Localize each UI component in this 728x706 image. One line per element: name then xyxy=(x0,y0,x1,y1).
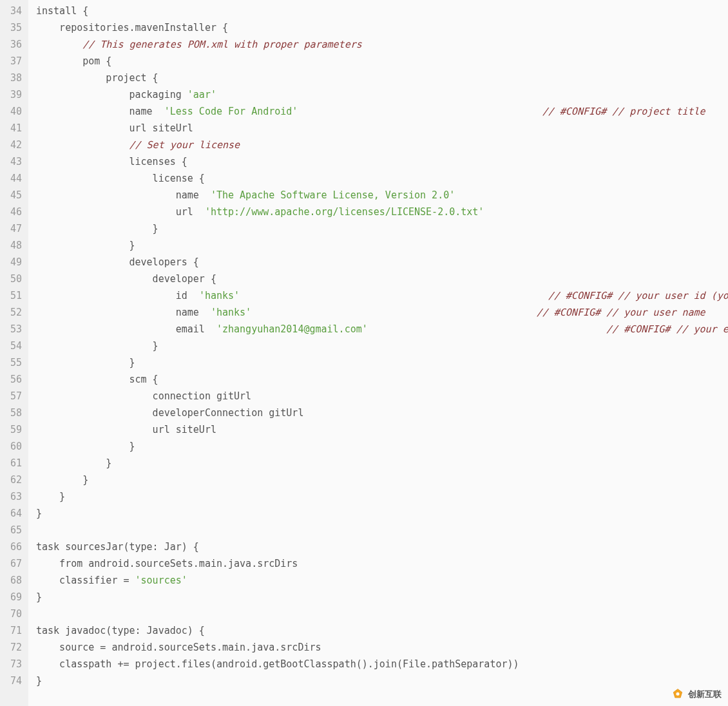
code-token xyxy=(368,323,606,335)
code-token: licenses { xyxy=(36,156,187,167)
svg-point-0 xyxy=(676,692,680,696)
code-line[interactable]: developer { xyxy=(36,271,728,287)
code-line[interactable]: url 'http://www.apache.org/licenses/LICE… xyxy=(36,204,728,220)
code-line[interactable]: } xyxy=(36,488,728,505)
line-number: 50 xyxy=(4,271,22,287)
code-line[interactable]: source = android.sourceSets.main.java.sr… xyxy=(36,639,728,656)
code-line[interactable]: email 'zhangyuhan2014@gmail.com' // #CON… xyxy=(36,321,728,338)
line-number: 68 xyxy=(4,572,22,589)
code-line[interactable]: developerConnection gitUrl xyxy=(36,405,728,421)
code-line[interactable]: packaging 'aar' xyxy=(36,86,728,103)
line-number: 61 xyxy=(4,455,22,472)
code-line[interactable] xyxy=(36,522,728,539)
code-token xyxy=(36,39,82,50)
code-token: 'hanks' xyxy=(211,307,251,318)
line-number: 66 xyxy=(4,539,22,555)
code-line[interactable]: } xyxy=(36,354,728,371)
code-line[interactable]: } xyxy=(36,338,728,354)
code-line[interactable]: scm { xyxy=(36,371,728,388)
code-token: 'Less Code For Android' xyxy=(164,106,298,117)
code-token xyxy=(36,139,129,151)
code-token: source = android.sourceSets.main.java.sr… xyxy=(36,642,321,653)
code-line[interactable]: } xyxy=(36,455,728,472)
code-token: url siteUrl xyxy=(36,122,193,134)
code-line[interactable]: url siteUrl xyxy=(36,421,728,438)
line-number: 43 xyxy=(4,153,22,170)
code-token: } xyxy=(36,491,65,502)
code-token: packaging xyxy=(36,89,187,100)
code-token: } xyxy=(36,223,158,234)
code-line[interactable]: // Set your license xyxy=(36,137,728,153)
code-line[interactable]: } xyxy=(36,673,728,689)
code-token: id xyxy=(36,290,199,301)
code-line[interactable]: from android.sourceSets.main.java.srcDir… xyxy=(36,555,728,572)
code-line[interactable]: } xyxy=(36,472,728,488)
watermark-logo-icon xyxy=(671,688,684,701)
line-number: 51 xyxy=(4,287,22,304)
code-token: from android.sourceSets.main.java.srcDir… xyxy=(36,558,298,569)
code-line[interactable]: project { xyxy=(36,70,728,86)
code-token: task sourcesJar(type: Jar) { xyxy=(36,541,199,553)
line-number: 45 xyxy=(4,187,22,204)
line-number: 60 xyxy=(4,438,22,455)
code-token xyxy=(251,307,537,318)
code-line[interactable]: name 'The Apache Software License, Versi… xyxy=(36,187,728,204)
code-line[interactable]: install { xyxy=(36,3,728,19)
watermark-text: 创新互联 xyxy=(688,689,722,700)
line-number: 67 xyxy=(4,555,22,572)
line-number: 74 xyxy=(4,673,22,689)
line-number: 47 xyxy=(4,220,22,237)
line-number: 69 xyxy=(4,589,22,606)
code-line[interactable]: developers { xyxy=(36,254,728,271)
line-number: 44 xyxy=(4,170,22,187)
code-token: name xyxy=(36,189,211,201)
line-number: 41 xyxy=(4,120,22,137)
code-line[interactable]: classifier = 'sources' xyxy=(36,572,728,589)
code-token: url siteUrl xyxy=(36,424,216,435)
code-line[interactable]: id 'hanks' // #CONFIG# // your user id (… xyxy=(36,287,728,304)
code-token: connection gitUrl xyxy=(36,390,251,402)
line-number: 62 xyxy=(4,472,22,488)
line-number: 42 xyxy=(4,137,22,153)
code-content[interactable]: install { repositories.mavenInstaller { … xyxy=(28,0,728,706)
line-number: 39 xyxy=(4,86,22,103)
code-token: 'sources' xyxy=(135,575,187,586)
code-token: classifier = xyxy=(36,575,135,586)
code-line[interactable]: connection gitUrl xyxy=(36,388,728,405)
code-line[interactable]: } xyxy=(36,505,728,522)
code-line[interactable]: licenses { xyxy=(36,153,728,170)
line-number: 46 xyxy=(4,204,22,220)
code-token: 'hanks' xyxy=(199,290,240,301)
line-number: 54 xyxy=(4,338,22,354)
code-line[interactable]: // This generates POM.xml with proper pa… xyxy=(36,36,728,53)
line-number: 65 xyxy=(4,522,22,539)
code-line[interactable]: license { xyxy=(36,170,728,187)
code-token: repositories.mavenInstaller { xyxy=(36,22,228,33)
code-line[interactable]: } xyxy=(36,438,728,455)
code-token: developers { xyxy=(36,256,199,268)
watermark: 创新互联 xyxy=(671,688,722,701)
code-line[interactable]: name 'Less Code For Android' // #CONFIG#… xyxy=(36,103,728,120)
code-line[interactable]: url siteUrl xyxy=(36,120,728,137)
line-number: 57 xyxy=(4,388,22,405)
code-line[interactable] xyxy=(36,606,728,622)
code-token: // #CONFIG# // project title xyxy=(542,106,705,117)
code-line[interactable]: task javadoc(type: Javadoc) { xyxy=(36,622,728,639)
code-line[interactable]: } xyxy=(36,589,728,606)
code-token: project { xyxy=(36,72,158,84)
code-token: 'http://www.apache.org/licenses/LICENSE-… xyxy=(205,206,484,218)
code-line[interactable]: } xyxy=(36,237,728,254)
code-token: } xyxy=(36,675,42,687)
code-line[interactable]: repositories.mavenInstaller { xyxy=(36,19,728,36)
line-number: 53 xyxy=(4,321,22,338)
code-token xyxy=(298,106,542,117)
code-line[interactable]: } xyxy=(36,220,728,237)
code-line[interactable]: classpath += project.files(android.getBo… xyxy=(36,656,728,673)
code-editor: 3435363738394041424344454647484950515253… xyxy=(0,0,728,706)
code-line[interactable]: pom { xyxy=(36,53,728,70)
code-line[interactable]: name 'hanks' // #CONFIG# // your user na… xyxy=(36,304,728,321)
line-number: 37 xyxy=(4,53,22,70)
code-token: task javadoc(type: Javadoc) { xyxy=(36,625,205,636)
code-token: url xyxy=(36,206,205,218)
code-line[interactable]: task sourcesJar(type: Jar) { xyxy=(36,539,728,555)
